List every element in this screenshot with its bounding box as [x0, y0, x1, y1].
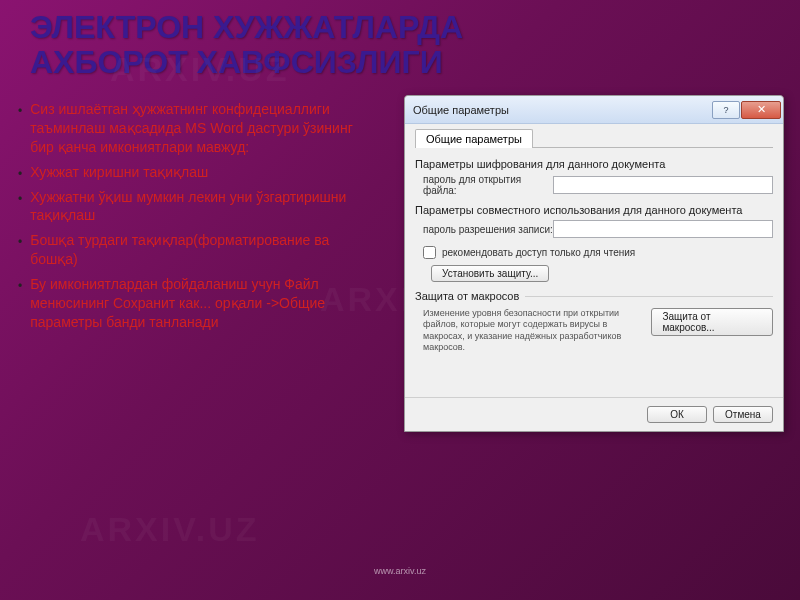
slide-title: ЭЛЕКТРОН ХУЖЖАТЛАРДА АХБОРОТ ХАВФСИЗЛИГИ	[30, 10, 770, 80]
watermark: ARXIV.UZ	[80, 510, 260, 549]
bullet-item: • Хужжатни ўқиш мумкин лекин уни ўзгарти…	[18, 188, 362, 226]
bullet-text: Хужжатни ўқиш мумкин лекин уни ўзгартири…	[30, 188, 362, 226]
footer-url: www.arxiv.uz	[374, 566, 426, 576]
bullet-icon: •	[18, 104, 22, 157]
password-write-input[interactable]	[553, 220, 773, 238]
bullet-text: Сиз ишлаётган ҳужжатнинг конфидециаллиги…	[30, 100, 362, 157]
macro-info-text: Изменение уровня безопасности при открыт…	[423, 308, 635, 353]
general-options-dialog: Общие параметры ? ✕ Общие параметры Пара…	[404, 95, 784, 432]
close-button[interactable]: ✕	[741, 101, 781, 119]
bullet-icon: •	[18, 235, 22, 269]
dialog-title: Общие параметры	[413, 104, 712, 116]
slide-body: • Сиз ишлаётган ҳужжатнинг конфидециалли…	[10, 100, 370, 338]
dialog-button-bar: ОК Отмена	[405, 397, 783, 431]
bullet-item: • Бу имкониятлардан фойдаланиш учун Файл…	[18, 275, 362, 332]
macro-protection-button[interactable]: Защита от макросов...	[651, 308, 773, 336]
bullet-icon: •	[18, 279, 22, 332]
cancel-button[interactable]: Отмена	[713, 406, 773, 423]
password-write-row: пароль разрешения записи:	[415, 220, 773, 238]
password-write-label: пароль разрешения записи:	[423, 224, 553, 235]
bullet-item: • Сиз ишлаётган ҳужжатнинг конфидециалли…	[18, 100, 362, 157]
tab-strip: Общие параметры	[415, 128, 773, 148]
bullet-icon: •	[18, 192, 22, 226]
bullet-item: • Бошқа турдаги тақиқлар(форматирование …	[18, 231, 362, 269]
bullet-text: Бошқа турдаги тақиқлар(форматирование ва…	[30, 231, 362, 269]
readonly-checkbox[interactable]	[423, 246, 436, 259]
slide-header: ЭЛЕКТРОН ХУЖЖАТЛАРДА АХБОРОТ ХАВФСИЗЛИГИ	[0, 0, 800, 86]
password-open-label: пароль для открытия файла:	[423, 174, 553, 196]
help-button[interactable]: ?	[712, 101, 740, 119]
readonly-checkbox-row: рекомендовать доступ только для чтения	[415, 246, 773, 259]
readonly-checkbox-label: рекомендовать доступ только для чтения	[442, 247, 635, 258]
tab-general[interactable]: Общие параметры	[415, 129, 533, 148]
macro-section-label: Защита от макросов	[415, 290, 773, 302]
encryption-group-label: Параметры шифрования для данного докумен…	[415, 158, 773, 170]
password-open-input[interactable]	[553, 176, 773, 194]
bullet-item: • Хужжат киришни тақиқлаш	[18, 163, 362, 182]
title-line-1: ЭЛЕКТРОН ХУЖЖАТЛАРДА	[30, 9, 463, 45]
set-protection-button[interactable]: Установить защиту...	[431, 265, 549, 282]
bullet-text: Бу имкониятлардан фойдаланиш учун Файл м…	[30, 275, 362, 332]
sharing-group-label: Параметры совместного использования для …	[415, 204, 773, 216]
dialog-body: Общие параметры Параметры шифрования для…	[405, 124, 783, 361]
macro-row: Изменение уровня безопасности при открыт…	[415, 308, 773, 353]
title-line-2: АХБОРОТ ХАВФСИЗЛИГИ	[30, 44, 443, 80]
ok-button[interactable]: ОК	[647, 406, 707, 423]
bullet-text: Хужжат киришни тақиқлаш	[30, 163, 208, 182]
dialog-titlebar: Общие параметры ? ✕	[405, 96, 783, 124]
password-open-row: пароль для открытия файла:	[415, 174, 773, 196]
bullet-icon: •	[18, 167, 22, 182]
